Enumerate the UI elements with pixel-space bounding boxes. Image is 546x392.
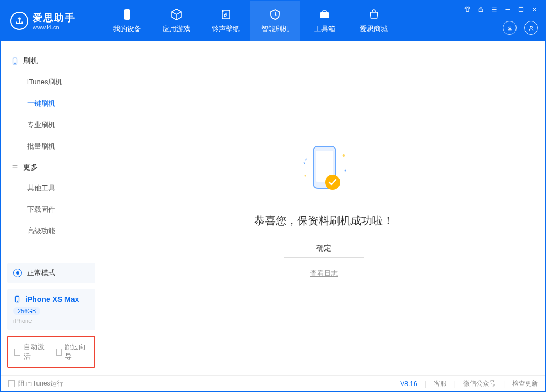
version-label: V8.16 <box>400 380 417 388</box>
shirt-icon[interactable] <box>464 6 471 13</box>
success-message: 恭喜您，保资料刷机成功啦！ <box>254 213 394 228</box>
footer-link-update[interactable]: 检查更新 <box>512 379 538 388</box>
sidebar-item-itunes-flash[interactable]: iTunes刷机 <box>27 71 94 93</box>
checkbox-icon <box>14 349 20 356</box>
svg-rect-5 <box>479 9 483 12</box>
checkbox-icon <box>56 349 62 356</box>
phone-icon <box>13 295 21 303</box>
phone-icon <box>11 57 19 65</box>
nav-smart-flash[interactable]: 智能刷机 <box>250 1 300 41</box>
svg-point-17 <box>305 175 306 177</box>
sidebar-item-advanced[interactable]: 高级功能 <box>27 220 94 242</box>
svg-rect-15 <box>342 154 345 157</box>
window-controls <box>464 6 538 13</box>
svg-point-7 <box>530 26 532 28</box>
svg-point-11 <box>17 301 17 301</box>
app-header: 爱思助手 www.i4.cn 我的设备 应用游戏 铃声壁纸 智能刷机 工具箱 爱… <box>1 1 545 41</box>
footer-link-support[interactable]: 客服 <box>434 379 447 388</box>
svg-rect-4 <box>320 14 329 14</box>
checkbox-icon <box>8 380 15 387</box>
sidebar-item-download-firmware[interactable]: 下载固件 <box>27 199 94 220</box>
confirm-button[interactable]: 确定 <box>284 239 364 258</box>
sidebar-group-flash: 刷机 iTunes刷机 一键刷机 专业刷机 批量刷机 <box>1 51 102 157</box>
checkbox-auto-activate[interactable]: 自动激活 <box>14 342 47 361</box>
nav-apps-games[interactable]: 应用游戏 <box>152 1 201 41</box>
mode-icon <box>13 269 22 277</box>
main-content: 恭喜您，保资料刷机成功啦！ 确定 查看日志 <box>102 41 545 375</box>
svg-rect-9 <box>14 63 16 64</box>
device-mode[interactable]: 正常模式 <box>7 263 95 283</box>
nav-my-device[interactable]: 我的设备 <box>102 1 152 41</box>
header-right-icons <box>503 21 538 35</box>
sidebar-item-pro-flash[interactable]: 专业刷机 <box>27 114 94 136</box>
device-capacity: 256GB <box>13 307 40 315</box>
user-button[interactable] <box>524 21 538 35</box>
nav-label: 我的设备 <box>113 24 141 34</box>
sidebar-bottom: 正常模式 iPhone XS Max 256GB iPhone 自动激活 跳过向… <box>1 260 102 375</box>
nav-label: 爱思商城 <box>360 24 388 34</box>
menu-icon[interactable] <box>491 6 498 13</box>
checkbox-skip-guide[interactable]: 跳过向导 <box>56 342 88 361</box>
sidebar-item-batch-flash[interactable]: 批量刷机 <box>27 136 94 157</box>
minimize-button[interactable] <box>504 6 511 13</box>
device-info[interactable]: iPhone XS Max 256GB iPhone <box>7 289 95 330</box>
app-title: 爱思助手 <box>33 11 76 24</box>
sidebar: 刷机 iTunes刷机 一键刷机 专业刷机 批量刷机 更多 其他工具 下载固件 … <box>1 41 102 375</box>
sidebar-group-title: 更多 <box>8 157 94 177</box>
nav-label: 应用游戏 <box>163 24 190 34</box>
maximize-button[interactable] <box>518 6 525 13</box>
device-model: iPhone <box>13 317 89 324</box>
view-log-link[interactable]: 查看日志 <box>310 269 338 278</box>
close-button[interactable] <box>531 6 538 13</box>
svg-rect-6 <box>519 7 523 11</box>
nav-toolbox[interactable]: 工具箱 <box>300 1 349 41</box>
logo-section: 爱思助手 www.i4.cn <box>1 11 102 31</box>
success-illustration <box>292 138 356 203</box>
app-subtitle: www.i4.cn <box>33 24 76 31</box>
sidebar-group-more: 更多 其他工具 下载固件 高级功能 <box>1 157 102 242</box>
device-name: iPhone XS Max <box>25 295 79 304</box>
footer-link-wechat[interactable]: 微信公众号 <box>463 379 496 388</box>
main-nav: 我的设备 应用游戏 铃声壁纸 智能刷机 工具箱 爱思商城 <box>102 1 399 41</box>
nav-label: 智能刷机 <box>261 24 289 34</box>
logo-icon <box>10 12 28 30</box>
lock-icon[interactable] <box>477 6 484 13</box>
download-button[interactable] <box>503 21 517 35</box>
sidebar-item-other-tools[interactable]: 其他工具 <box>27 177 94 199</box>
nav-ringtones[interactable]: 铃声壁纸 <box>201 1 250 41</box>
checkbox-block-itunes[interactable]: 阻止iTunes运行 <box>8 379 63 388</box>
list-icon <box>11 164 19 171</box>
sidebar-group-title: 刷机 <box>8 51 94 71</box>
sidebar-item-oneclick-flash[interactable]: 一键刷机 <box>27 93 94 114</box>
svg-rect-3 <box>323 11 326 12</box>
nav-store[interactable]: 爱思商城 <box>349 1 399 41</box>
highlighted-options: 自动激活 跳过向导 <box>7 336 95 368</box>
status-bar: 阻止iTunes运行 V8.16 | 客服 | 微信公众号 | 检查更新 <box>1 375 545 391</box>
nav-label: 铃声壁纸 <box>212 24 240 34</box>
svg-rect-1 <box>126 18 128 18</box>
svg-rect-2 <box>320 12 329 18</box>
nav-label: 工具箱 <box>314 24 335 34</box>
svg-point-16 <box>345 170 346 172</box>
app-body: 刷机 iTunes刷机 一键刷机 专业刷机 批量刷机 更多 其他工具 下载固件 … <box>1 41 545 375</box>
